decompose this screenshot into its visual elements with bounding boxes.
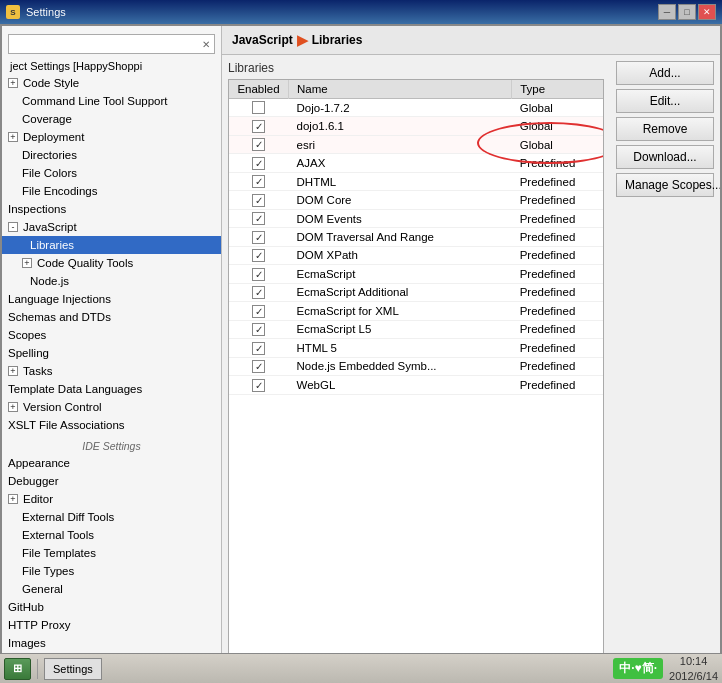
sidebar-item-code-quality[interactable]: + Code Quality Tools bbox=[2, 254, 221, 272]
table-row[interactable]: DOM Traversal And RangePredefined bbox=[229, 228, 603, 246]
checkbox[interactable] bbox=[252, 101, 265, 114]
sidebar-item-schemas-dtds[interactable]: Schemas and DTDs bbox=[2, 308, 221, 326]
sidebar-item-tasks[interactable]: + Tasks bbox=[2, 362, 221, 380]
maximize-button[interactable]: □ bbox=[678, 4, 696, 20]
remove-button[interactable]: Remove bbox=[616, 117, 714, 141]
cell-type: Predefined bbox=[512, 339, 603, 357]
add-button[interactable]: Add... bbox=[616, 61, 714, 85]
section-label: Libraries bbox=[228, 61, 604, 75]
sidebar-item-appearance[interactable]: Appearance bbox=[2, 454, 221, 472]
sidebar-item-xslt[interactable]: XSLT File Associations bbox=[2, 416, 221, 434]
expander-tasks[interactable]: + bbox=[8, 366, 18, 376]
cell-name: Dojo-1.7.2 bbox=[289, 99, 512, 117]
sidebar-item-debugger[interactable]: Debugger bbox=[2, 472, 221, 490]
sidebar-item-http-proxy[interactable]: HTTP Proxy bbox=[2, 616, 221, 634]
checkbox[interactable] bbox=[252, 194, 265, 207]
checkbox[interactable] bbox=[252, 379, 265, 392]
checkbox[interactable] bbox=[252, 360, 265, 373]
table-row[interactable]: esriGlobal bbox=[229, 135, 603, 153]
close-button[interactable]: ✕ bbox=[698, 4, 716, 20]
sidebar-item-code-style[interactable]: + Code Style bbox=[2, 74, 221, 92]
project-settings-label: ject Settings [HappyShoppi bbox=[2, 58, 221, 74]
expander-deployment[interactable]: + bbox=[8, 132, 18, 142]
checkbox[interactable] bbox=[252, 249, 265, 262]
checkbox[interactable] bbox=[252, 120, 265, 133]
sidebar-item-cmdline[interactable]: Command Line Tool Support bbox=[2, 92, 221, 110]
window-title: Settings bbox=[26, 6, 66, 18]
cell-name: EcmaScript L5 bbox=[289, 320, 512, 338]
table-row[interactable]: DHTMLPredefined bbox=[229, 172, 603, 190]
checkbox[interactable] bbox=[252, 268, 265, 281]
search-input[interactable] bbox=[9, 38, 198, 50]
table-row[interactable]: Dojo-1.7.2Global bbox=[229, 99, 603, 117]
table-row[interactable]: Node.js Embedded Symb...Predefined bbox=[229, 357, 603, 375]
checkbox[interactable] bbox=[252, 342, 265, 355]
sidebar-item-template-data[interactable]: Template Data Languages bbox=[2, 380, 221, 398]
expander-javascript[interactable]: - bbox=[8, 222, 18, 232]
sidebar-item-nodejs[interactable]: Node.js bbox=[2, 272, 221, 290]
table-row[interactable]: AJAXPredefined bbox=[229, 154, 603, 172]
checkbox[interactable] bbox=[252, 286, 265, 299]
sidebar-item-javascript[interactable]: - JavaScript bbox=[2, 218, 221, 236]
checkbox[interactable] bbox=[252, 305, 265, 318]
taskbar-right: 中·♥简· 10:14 2012/6/14 bbox=[613, 654, 718, 683]
sidebar-item-spelling[interactable]: Spelling bbox=[2, 344, 221, 362]
col-header-enabled[interactable]: Enabled bbox=[229, 80, 289, 99]
panel-header: JavaScript ▶ Libraries bbox=[222, 26, 720, 55]
checkbox[interactable] bbox=[252, 212, 265, 225]
cell-enabled bbox=[229, 228, 289, 246]
sidebar-item-github[interactable]: GitHub bbox=[2, 598, 221, 616]
checkbox[interactable] bbox=[252, 323, 265, 336]
manage-scopes-button[interactable]: Manage Scopes... bbox=[616, 173, 714, 197]
search-clear-button[interactable]: ✕ bbox=[198, 36, 214, 52]
search-box[interactable]: ✕ bbox=[8, 34, 215, 54]
sidebar-item-file-encodings[interactable]: File Encodings bbox=[2, 182, 221, 200]
table-row[interactable]: EcmaScript L5Predefined bbox=[229, 320, 603, 338]
sidebar-item-file-colors[interactable]: File Colors bbox=[2, 164, 221, 182]
expander-editor[interactable]: + bbox=[8, 494, 18, 504]
sidebar-item-file-types[interactable]: File Types bbox=[2, 562, 221, 580]
sidebar-item-editor[interactable]: + Editor bbox=[2, 490, 221, 508]
edit-button[interactable]: Edit... bbox=[616, 89, 714, 113]
expander-version-ctrl[interactable]: + bbox=[8, 402, 18, 412]
sidebar-item-file-templates[interactable]: File Templates bbox=[2, 544, 221, 562]
expander-code-style[interactable]: + bbox=[8, 78, 18, 88]
checkbox[interactable] bbox=[252, 157, 265, 170]
sidebar-item-inspections[interactable]: Inspections bbox=[2, 200, 221, 218]
col-header-type[interactable]: Type bbox=[512, 80, 603, 99]
expander-code-quality[interactable]: + bbox=[22, 258, 32, 268]
table-row[interactable]: EcmaScriptPredefined bbox=[229, 265, 603, 283]
ime-indicator[interactable]: 中·♥简· bbox=[613, 658, 663, 679]
sidebar-item-ext-tools[interactable]: External Tools bbox=[2, 526, 221, 544]
checkbox[interactable] bbox=[252, 175, 265, 188]
table-row[interactable]: DOM EventsPredefined bbox=[229, 209, 603, 227]
cell-enabled bbox=[229, 246, 289, 264]
table-row[interactable]: EcmaScript for XMLPredefined bbox=[229, 302, 603, 320]
sidebar-item-version-ctrl[interactable]: + Version Control bbox=[2, 398, 221, 416]
table-row[interactable]: DOM XPathPredefined bbox=[229, 246, 603, 264]
download-button[interactable]: Download... bbox=[616, 145, 714, 169]
sidebar-item-scopes[interactable]: Scopes bbox=[2, 326, 221, 344]
settings-window: ✕ ject Settings [HappyShoppi + Code Styl… bbox=[0, 24, 722, 683]
cell-name: DHTML bbox=[289, 172, 512, 190]
table-row[interactable]: DOM CorePredefined bbox=[229, 191, 603, 209]
sidebar-item-general[interactable]: General bbox=[2, 580, 221, 598]
checkbox[interactable] bbox=[252, 138, 265, 151]
sidebar-item-images[interactable]: Images bbox=[2, 634, 221, 652]
sidebar-item-libraries[interactable]: Libraries bbox=[2, 236, 221, 254]
col-header-name[interactable]: Name bbox=[289, 80, 512, 99]
sidebar-item-directories[interactable]: Directories bbox=[2, 146, 221, 164]
sidebar-item-lang-inject[interactable]: Language Injections bbox=[2, 290, 221, 308]
taskbar-settings-app[interactable]: Settings bbox=[44, 658, 102, 680]
sidebar-item-coverage[interactable]: Coverage bbox=[2, 110, 221, 128]
title-bar-controls: ─ □ ✕ bbox=[658, 4, 716, 20]
sidebar-item-deployment[interactable]: + Deployment bbox=[2, 128, 221, 146]
minimize-button[interactable]: ─ bbox=[658, 4, 676, 20]
table-row[interactable]: EcmaScript AdditionalPredefined bbox=[229, 283, 603, 301]
table-row[interactable]: WebGLPredefined bbox=[229, 376, 603, 394]
checkbox[interactable] bbox=[252, 231, 265, 244]
table-row[interactable]: dojo1.6.1Global bbox=[229, 117, 603, 135]
sidebar-item-ext-diff[interactable]: External Diff Tools bbox=[2, 508, 221, 526]
table-row[interactable]: HTML 5Predefined bbox=[229, 339, 603, 357]
start-button[interactable]: ⊞ bbox=[4, 658, 31, 680]
